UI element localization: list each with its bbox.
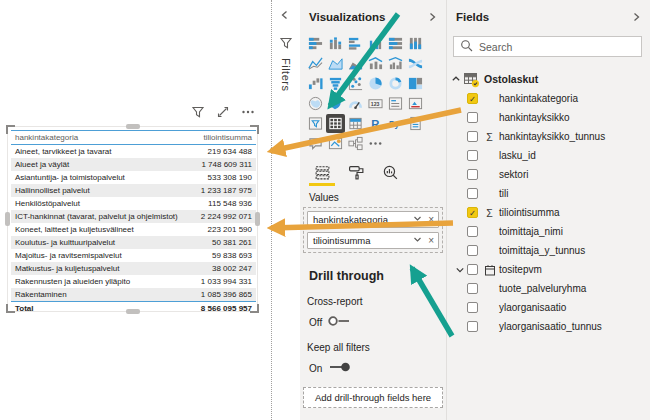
collapse-fields-icon[interactable] [631,8,641,26]
filter-icon[interactable] [191,105,205,119]
viz-type-100-stacked-column-chart-icon[interactable] [406,34,425,53]
expand-field-icon[interactable] [453,265,467,275]
field-row-tuote_palveluryhma[interactable]: tuote_palveluryhma [447,279,650,298]
resize-handle[interactable] [255,212,260,226]
value-cell[interactable]: 2 224 992 071 [182,210,256,223]
selection-corner[interactable] [6,304,15,313]
value-cell[interactable]: 1 748 609 311 [182,158,256,171]
filters-pane-label[interactable]: Filters [280,58,292,91]
table-row[interactable]: ICT-hankinnat (tavarat, palvelut ja ohje… [11,210,256,223]
value-cell[interactable]: 223 201 590 [182,223,256,236]
viz-type-clustered-bar-chart-icon[interactable] [346,34,365,53]
viz-type-filled-map-icon[interactable] [326,94,345,113]
field-row-tositepvm[interactable]: tositepvm [447,260,650,279]
table-row[interactable]: Henkilöstöpalvelut115 548 936 [11,197,256,210]
viz-type-metrics-icon[interactable] [326,134,345,153]
field-row-hankintayksikko[interactable]: hankintayksikko [447,108,650,127]
column-header-category[interactable]: hankintakategoria [11,131,182,145]
field-row-sektori[interactable]: sektori [447,165,650,184]
viz-type-ribbon-chart-icon[interactable] [406,54,425,73]
category-cell[interactable]: Henkilöstöpalvelut [11,197,182,210]
value-cell[interactable]: 533 308 190 [182,171,256,184]
tab-fields[interactable] [312,162,332,182]
category-cell[interactable]: Rakentaminen [11,288,182,302]
resize-handle[interactable] [5,212,10,226]
value-cell[interactable]: 1 033 994 331 [182,275,256,288]
chevron-down-icon[interactable] [413,235,422,246]
category-cell[interactable]: Alueet ja väylät [11,158,182,171]
table-name-label[interactable]: Ostolaskut [484,73,538,85]
category-cell[interactable]: Hallinnolliset palvelut [11,184,182,197]
field-row-toimittaja_y_tunnus[interactable]: toimittaja_y_tunnus [447,241,650,260]
viz-type-r-script-visual-icon[interactable]: R [366,114,385,133]
tab-format[interactable] [346,162,366,182]
field-label[interactable]: ylaorganisaatio_tunnus [499,321,602,332]
field-checkbox-hankintayksikko[interactable] [467,112,478,123]
category-cell[interactable]: Koneet, laitteet ja kuljetusvälineet [11,223,182,236]
viz-type-area-chart-icon[interactable] [326,54,345,73]
value-cell[interactable]: 59 838 693 [182,249,256,262]
remove-field-icon[interactable]: × [428,236,434,246]
field-label[interactable]: hankintayksikko [499,112,570,123]
table-visual[interactable]: hankintakategoria tiliointisumma Aineet,… [7,126,258,312]
viz-type-card-icon[interactable]: 123 [366,94,385,113]
viz-type-stacked-bar-chart-icon[interactable] [306,34,325,53]
table-row[interactable]: Majoitus- ja ravitsemispalvelut59 838 69… [11,249,256,262]
viz-type-decomposition-tree-icon[interactable] [346,134,365,153]
selection-corner[interactable] [250,125,259,134]
expand-filters-icon[interactable] [280,6,290,24]
value-cell[interactable]: 1 085 396 865 [182,288,256,302]
value-cell[interactable]: 1 233 187 975 [182,184,256,197]
viz-type-line-and-clustered-column-chart-icon[interactable] [386,54,405,73]
category-cell[interactable]: Matkustus- ja kuljetuspalvelut [11,262,182,275]
table-row[interactable]: Hallinnolliset palvelut1 233 187 975 [11,184,256,197]
viz-type-stacked-area-chart-icon[interactable] [346,54,365,73]
field-checkbox-toimittaja_y_tunnus[interactable] [467,245,478,256]
field-label[interactable]: sektori [499,169,528,180]
category-cell[interactable]: Koulutus- ja kulttuuripalvelut [11,236,182,249]
collapse-table-icon[interactable] [449,74,462,84]
field-row-tiliointisumma[interactable]: ✓Σtiliointisumma [447,203,650,222]
viz-type-stacked-column-chart-icon[interactable] [326,34,345,53]
filter-icon[interactable] [279,36,293,54]
field-checkbox-toimittaja_nimi[interactable] [467,226,478,237]
chevron-down-icon[interactable] [413,214,422,225]
field-row-hankintayksikko_tunnus[interactable]: Σhankintayksikko_tunnus [447,127,650,146]
table-row[interactable]: Matkustus- ja kuljetuspalvelut38 002 247 [11,262,256,275]
field-label[interactable]: ylaorganisaatio [499,302,566,313]
table-row[interactable]: Rakentaminen1 085 396 865 [11,288,256,302]
field-row-ylaorganisaatio_tunnus[interactable]: ylaorganisaatio_tunnus [447,317,650,336]
viz-type-line-chart-icon[interactable] [306,54,325,73]
viz-type-gauge-icon[interactable] [346,94,365,113]
field-checkbox-ylaorganisaatio[interactable] [467,302,478,313]
value-cell[interactable]: 219 634 488 [182,145,256,159]
field-row-hankintakategoria[interactable]: ✓hankintakategoria [447,89,650,108]
field-label[interactable]: tili [499,188,508,199]
field-checkbox-ylaorganisaatio_tunnus[interactable] [467,321,478,332]
report-canvas[interactable]: hankintakategoria tiliointisumma Aineet,… [0,0,272,420]
add-drill-through-fields-dropzone[interactable]: Add drill-through fields here [303,387,443,408]
field-checkbox-lasku_id[interactable] [467,150,478,161]
field-label[interactable]: tiliointisumma [499,207,560,218]
table-row[interactable]: Koulutus- ja kulttuuripalvelut50 381 261 [11,236,256,249]
table-row[interactable]: Koneet, laitteet ja kuljetusvälineet223 … [11,223,256,236]
field-checkbox-tuote_palveluryhma[interactable] [467,283,478,294]
table-row[interactable]: Alueet ja väylät1 748 609 311 [11,158,256,171]
field-checkbox-tiliointisumma[interactable]: ✓ [467,207,478,218]
viz-type-scatter-chart-icon[interactable] [346,74,365,93]
viz-type-qna-icon[interactable] [306,134,325,153]
field-search-box[interactable] [453,36,642,57]
field-checkbox-hankintakategoria[interactable]: ✓ [467,93,478,104]
cross-report-toggle[interactable] [327,315,353,329]
resize-handle[interactable] [126,124,140,129]
value-cell[interactable]: 115 548 936 [182,197,256,210]
field-label[interactable]: tuote_palveluryhma [499,283,586,294]
table-node-ostolaskut[interactable]: Ostolaskut [447,69,650,89]
viz-type-multi-row-card-icon[interactable] [386,94,405,113]
viz-type-map-icon[interactable] [306,94,325,113]
category-cell[interactable]: Rakennusten ja alueiden ylläpito [11,275,182,288]
selection-corner[interactable] [6,125,15,134]
viz-type-clustered-column-chart-icon[interactable] [366,34,385,53]
viz-type-kpi-icon[interactable] [406,94,425,113]
viz-type-paginated-report-icon[interactable] [406,114,425,133]
